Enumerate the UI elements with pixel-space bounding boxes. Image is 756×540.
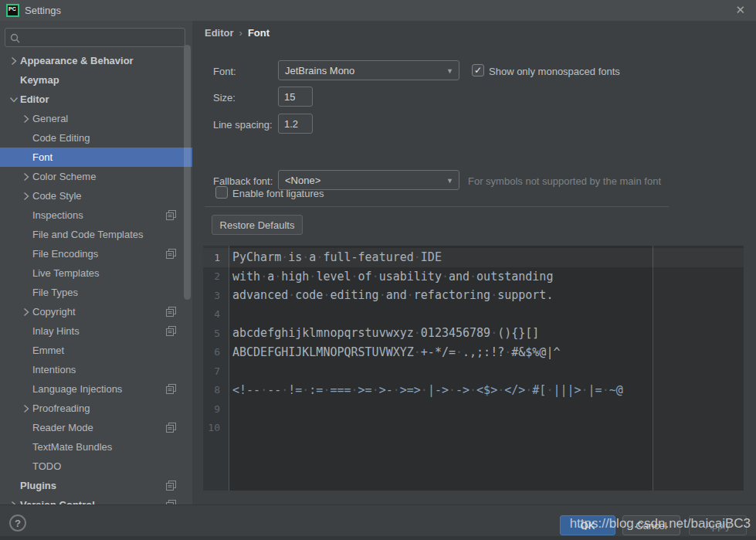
sidebar-item-live-templates[interactable]: Live Templates — [0, 263, 192, 283]
sidebar-item-version-control[interactable]: Version Control — [0, 495, 192, 504]
sidebar-item-todo[interactable]: TODO — [0, 457, 192, 476]
sidebar-item-plugins[interactable]: Plugins — [0, 476, 192, 495]
window-bottom-edge — [0, 536, 756, 540]
font-label: Font: — [213, 66, 236, 77]
sidebar-item-language-injections[interactable]: Language Injections — [0, 379, 192, 399]
configurable-badge-icon — [166, 307, 176, 317]
sidebar-item-reader-mode[interactable]: Reader Mode — [0, 418, 192, 437]
chevron-right-icon[interactable] — [8, 56, 20, 66]
line-number: 2 — [203, 270, 225, 282]
settings-tree: Appearance & BehaviorKeymapEditorGeneral… — [0, 51, 192, 504]
chevron-right-icon[interactable] — [20, 114, 32, 124]
sidebar-item-copyright[interactable]: Copyright — [0, 302, 192, 321]
chevron-down-icon: ▼ — [446, 67, 453, 75]
pycharm-logo-icon: PC — [6, 4, 19, 17]
ok-button[interactable]: OK — [560, 515, 615, 535]
sidebar-item-label: Version Control — [20, 499, 95, 504]
help-icon[interactable]: ? — [9, 515, 26, 532]
monospaced-checkbox-label[interactable]: Show only monospaced fonts — [489, 66, 620, 77]
sidebar-item-label: Live Templates — [32, 267, 99, 279]
configurable-badge-icon — [166, 210, 176, 220]
sidebar-item-label: Code Style — [32, 190, 82, 202]
sidebar-item-label: Appearance & Behavior — [20, 55, 134, 66]
sidebar-item-code-style[interactable]: Code Style — [0, 186, 192, 205]
line-number: 9 — [203, 403, 225, 415]
sidebar-item-color-scheme[interactable]: Color Scheme — [0, 167, 192, 186]
preview-line-text: with·a·high·level·of·usability·and·outst… — [225, 270, 553, 284]
font-preview-editor[interactable]: 1PyCharm·is·a·full-featured·IDE2with·a·h… — [203, 246, 744, 491]
chevron-right-icon[interactable] — [20, 172, 32, 182]
line-number: 3 — [203, 290, 225, 301]
apply-button[interactable]: Apply — [689, 515, 747, 535]
window-title: Settings — [25, 5, 61, 16]
sidebar-item-label: Font — [32, 151, 53, 163]
size-label: Size: — [213, 92, 236, 104]
sidebar-item-intentions[interactable]: Intentions — [0, 360, 192, 379]
preview-line: 4 — [203, 305, 744, 324]
section-divider — [205, 206, 669, 207]
sidebar-item-inspections[interactable]: Inspections — [0, 205, 192, 225]
search-box[interactable] — [5, 28, 185, 47]
chevron-down-icon[interactable] — [8, 95, 20, 104]
preview-lines: 1PyCharm·is·a·full-featured·IDE2with·a·h… — [203, 248, 744, 437]
close-icon[interactable]: ✕ — [735, 3, 745, 17]
sidebar-item-keymap[interactable]: Keymap — [0, 70, 192, 90]
sidebar-item-emmet[interactable]: Emmet — [0, 341, 192, 360]
preview-line: 5abcdefghijklmnopqrstuvwxyz·0123456789·(… — [203, 324, 744, 343]
line-number: 7 — [203, 365, 225, 377]
chevron-right-icon[interactable] — [20, 404, 32, 413]
font-settings-panel: Editor›Font Font: JetBrains Mono ▼ ✓ Sho… — [192, 21, 756, 504]
chevron-placeholder — [20, 250, 32, 259]
chevron-right-icon[interactable] — [20, 307, 32, 317]
chevron-placeholder — [20, 423, 32, 433]
size-input[interactable] — [278, 87, 313, 107]
sidebar-item-font[interactable]: Font — [0, 148, 192, 167]
chevron-placeholder — [20, 327, 32, 336]
sidebar-item-file-encodings[interactable]: File Encodings — [0, 244, 192, 263]
chevron-right-icon[interactable] — [20, 192, 32, 201]
sidebar-item-label: Keymap — [20, 74, 59, 86]
chevron-placeholder — [20, 211, 32, 220]
sidebar-item-label: Editor — [20, 93, 49, 105]
line-spacing-input[interactable] — [278, 114, 313, 134]
checkmark-icon: ✓ — [474, 65, 482, 76]
sidebar-item-general[interactable]: General — [0, 109, 192, 128]
sidebar-scrollbar[interactable] — [184, 45, 191, 300]
restore-defaults-button[interactable]: Restore Defaults — [212, 215, 303, 235]
line-number: 1 — [203, 252, 225, 263]
chevron-placeholder — [8, 76, 20, 85]
cancel-button[interactable]: Cancel — [622, 515, 680, 535]
sidebar-item-inlay-hints[interactable]: Inlay Hints — [0, 321, 192, 341]
ligatures-checkbox-label[interactable]: Enable font ligatures — [232, 188, 324, 199]
monospaced-checkbox[interactable]: ✓ — [472, 64, 484, 76]
line-number: 10 — [203, 422, 225, 433]
ligatures-checkbox[interactable] — [215, 186, 228, 199]
font-family-select[interactable]: JetBrains Mono ▼ — [278, 60, 459, 80]
breadcrumb-parent[interactable]: Editor — [205, 27, 234, 39]
sidebar-item-label: General — [32, 113, 68, 124]
fallback-font-hint: For symbols not supported by the main fo… — [468, 175, 661, 187]
preview-line: 7 — [203, 362, 744, 381]
search-input[interactable] — [25, 32, 171, 43]
sidebar-item-proofreading[interactable]: Proofreading — [0, 399, 192, 418]
preview-line: 2with·a·high·level·of·usability·and·outs… — [203, 267, 744, 287]
chevron-placeholder — [20, 443, 32, 452]
preview-line: 10 — [203, 419, 744, 438]
sidebar-item-label: Proofreading — [32, 402, 90, 414]
footer-bar: ? OK Cancel Apply https://blog.csdn.net/… — [0, 504, 756, 540]
sidebar-item-label: Copyright — [32, 306, 76, 318]
sidebar-item-label: Inspections — [32, 209, 83, 221]
sidebar-item-code-editing[interactable]: Code Editing — [0, 128, 192, 148]
sidebar-item-textmate-bundles[interactable]: TextMate Bundles — [0, 437, 192, 457]
sidebar-item-editor[interactable]: Editor — [0, 90, 192, 109]
sidebar-item-label: Language Injections — [32, 383, 122, 395]
chevron-placeholder — [20, 462, 32, 471]
sidebar-item-label: TODO — [32, 460, 61, 472]
sidebar-item-appearance-behavior[interactable]: Appearance & Behavior — [0, 51, 192, 70]
line-number: 8 — [203, 384, 225, 396]
sidebar-item-file-and-code-templates[interactable]: File and Code Templates — [0, 225, 192, 244]
chevron-placeholder — [20, 288, 32, 297]
preview-line: 1PyCharm·is·a·full-featured·IDE — [203, 248, 744, 267]
sidebar-item-file-types[interactable]: File Types — [0, 283, 192, 302]
preview-line-text: <!--·--·!=·:=·===·>=·>-·>=>·|->·->·<$>·<… — [225, 383, 623, 397]
